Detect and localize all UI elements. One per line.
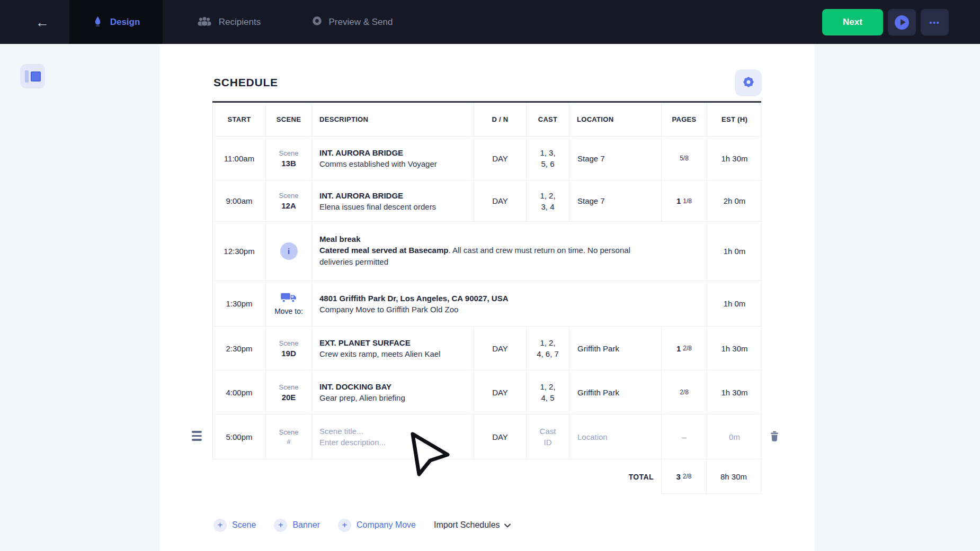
pages-cell[interactable]: 2/8 xyxy=(662,371,707,414)
ellipsis-icon: ••• xyxy=(929,18,940,27)
scene-number-cell[interactable]: Scene13B xyxy=(266,137,312,180)
import-schedules-button[interactable]: Import Schedules xyxy=(434,520,511,530)
tab-design-label: Design xyxy=(110,17,140,28)
location-cell[interactable]: Griffith Park xyxy=(569,327,662,371)
delete-row-button[interactable] xyxy=(770,431,779,443)
cast-cell[interactable]: 1, 2,4, 6, 7 xyxy=(527,327,569,371)
gear-icon xyxy=(742,75,755,91)
pages-cell[interactable]: 11/8 xyxy=(662,180,707,222)
location-cell[interactable]: Stage 7 xyxy=(569,180,662,222)
arrow-left-icon: ← xyxy=(35,14,49,31)
header-scene: SCENE xyxy=(266,103,312,137)
table-row-company-move: 1:30pm Move to: 4801 Griffith Park Dr, L… xyxy=(212,281,761,327)
total-estimate: 8h 30m xyxy=(707,459,761,494)
estimate-cell[interactable]: 0m xyxy=(707,414,762,459)
add-banner-button[interactable]: + Banner xyxy=(274,519,320,532)
people-icon xyxy=(197,16,212,28)
eye-icon xyxy=(312,16,322,28)
schedule-settings-button[interactable] xyxy=(735,69,762,96)
start-time-cell[interactable]: 4:00pm xyxy=(213,371,266,414)
location-cell[interactable]: Stage 7 xyxy=(569,137,662,180)
start-time-cell[interactable]: 9:00am xyxy=(213,180,266,222)
panel-bar-icon xyxy=(25,70,29,83)
day-night-cell[interactable]: DAY xyxy=(474,414,527,459)
description-cell[interactable]: INT. AURORA BRIDGEComms established with… xyxy=(312,137,474,180)
start-time-cell[interactable]: 11:00am xyxy=(213,137,266,180)
schedule-table: START SCENE DESCRIPTION D / N CAST LOCAT… xyxy=(212,101,761,494)
scene-number-cell[interactable]: Scene19D xyxy=(266,327,312,371)
move-icon-cell[interactable]: Move to: xyxy=(266,281,312,327)
header-location: LOCATION xyxy=(569,103,662,137)
start-time-cell[interactable]: 12:30pm xyxy=(213,222,266,281)
estimate-cell[interactable]: 1h 30m xyxy=(707,371,762,414)
day-night-cell[interactable]: DAY xyxy=(474,327,527,371)
tab-recipients[interactable]: Recipients xyxy=(186,0,271,44)
move-description-cell[interactable]: 4801 Griffith Park Dr, Los Angeles, CA 9… xyxy=(312,281,707,327)
table-actions-bar: + Scene + Banner + Company Move Import S… xyxy=(213,514,511,536)
table-total-row: TOTAL 32/8 8h 30m xyxy=(212,459,761,494)
plus-icon: + xyxy=(338,519,351,532)
start-time-cell[interactable]: 2:30pm xyxy=(213,327,266,371)
description-placeholder: Enter description... xyxy=(319,438,386,447)
cast-cell[interactable]: CastID xyxy=(527,414,569,459)
tab-preview-send[interactable]: Preview & Send xyxy=(297,0,408,44)
tab-recipients-label: Recipients xyxy=(219,17,261,28)
start-time-cell[interactable]: 5:00pm xyxy=(213,414,266,459)
truck-icon xyxy=(280,292,297,306)
play-button[interactable] xyxy=(888,9,916,35)
chevron-down-icon xyxy=(504,520,511,530)
drag-handle[interactable] xyxy=(192,431,202,441)
trash-icon xyxy=(770,435,779,443)
start-time-cell[interactable]: 1:30pm xyxy=(213,281,266,327)
header-start: START xyxy=(213,103,266,137)
info-icon: i xyxy=(280,242,298,260)
total-pages: 32/8 xyxy=(661,459,707,494)
pages-cell[interactable]: 12/8 xyxy=(662,327,707,371)
tab-design[interactable]: Design xyxy=(69,0,163,44)
header-day-night: D / N xyxy=(474,103,527,137)
description-cell[interactable]: INT. DOCKING BAYGear prep, Alien briefin… xyxy=(312,371,474,414)
day-night-cell[interactable]: DAY xyxy=(474,371,527,414)
estimate-cell[interactable]: 2h 0m xyxy=(707,180,762,222)
location-cell[interactable]: Location xyxy=(569,414,662,459)
scene-number-cell[interactable]: Scene# xyxy=(266,414,312,459)
top-navigation-bar: ← Design Recipients Preview & Send Next … xyxy=(0,0,980,44)
total-label: TOTAL xyxy=(212,459,661,494)
plus-icon: + xyxy=(213,519,227,532)
play-icon xyxy=(895,15,909,30)
day-night-cell[interactable]: DAY xyxy=(474,180,527,222)
scene-number-cell[interactable]: Scene20E xyxy=(266,371,312,414)
sidebar-layout-toggle-button[interactable] xyxy=(20,64,45,88)
header-pages: PAGES xyxy=(662,103,707,137)
cast-cell[interactable]: 1, 3,5, 6 xyxy=(527,137,569,180)
estimate-cell[interactable]: 1h 0m xyxy=(707,222,762,281)
banner-icon-cell[interactable]: i xyxy=(266,222,312,281)
pages-cell[interactable]: 5/8 xyxy=(662,137,707,180)
page-title: SCHEDULE xyxy=(213,76,278,89)
estimate-cell[interactable]: 1h 30m xyxy=(707,327,762,371)
app-root: ← Design Recipients Preview & Send Next … xyxy=(0,0,980,551)
day-night-cell[interactable]: DAY xyxy=(474,137,527,180)
header-est-hours: EST (H) xyxy=(707,103,762,137)
add-company-move-button[interactable]: + Company Move xyxy=(338,519,416,532)
back-button[interactable]: ← xyxy=(29,9,56,35)
scene-number-cell[interactable]: Scene12A xyxy=(266,180,312,222)
ink-drop-icon xyxy=(92,15,103,30)
panel-square-icon xyxy=(31,71,41,82)
cast-cell[interactable]: 1, 2,4, 5 xyxy=(527,371,569,414)
description-cell[interactable]: Scene title...Enter description... xyxy=(312,414,474,459)
estimate-cell[interactable]: 1h 0m xyxy=(707,281,762,327)
table-header-row: START SCENE DESCRIPTION D / N CAST LOCAT… xyxy=(212,103,761,137)
estimate-cell[interactable]: 1h 30m xyxy=(707,137,762,180)
table-row-scene-13B: 11:00am Scene13B INT. AURORA BRIDGEComms… xyxy=(212,137,761,180)
description-cell[interactable]: EXT. PLANET SURFACECrew exits ramp, meet… xyxy=(312,327,474,371)
table-row-scene-12A: 9:00am Scene12A INT. AURORA BRIDGEElena … xyxy=(212,180,761,222)
location-cell[interactable]: Griffith Park xyxy=(569,371,662,414)
next-button[interactable]: Next xyxy=(822,9,883,35)
add-scene-button[interactable]: + Scene xyxy=(213,519,256,532)
banner-description-cell[interactable]: Meal break Catered meal served at Baseca… xyxy=(312,222,707,281)
description-cell[interactable]: INT. AURORA BRIDGEElena issues final des… xyxy=(312,180,474,222)
pages-cell[interactable]: – xyxy=(662,414,707,459)
cast-cell[interactable]: 1, 2,3, 4 xyxy=(527,180,569,222)
more-options-button[interactable]: ••• xyxy=(921,9,949,35)
